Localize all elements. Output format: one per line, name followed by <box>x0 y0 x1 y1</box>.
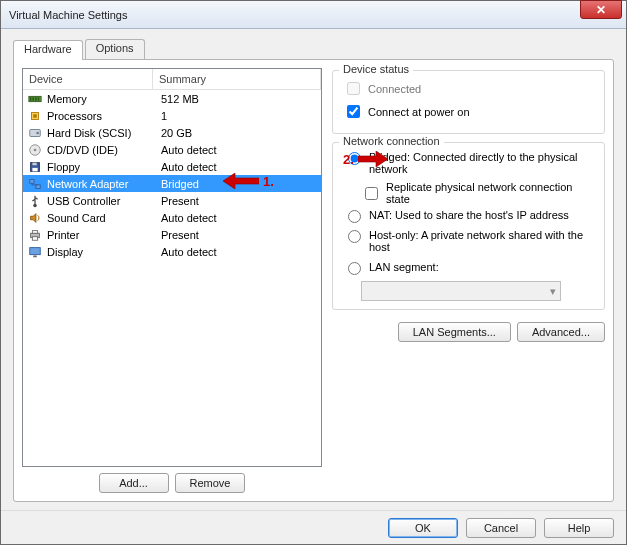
device-summary: Auto detect <box>157 246 321 258</box>
device-summary: 1 <box>157 110 321 122</box>
advanced-button[interactable]: Advanced... <box>517 322 605 342</box>
svg-rect-4 <box>38 97 40 101</box>
device-name: CD/DVD (IDE) <box>47 144 157 156</box>
svg-rect-19 <box>32 236 37 240</box>
tab-hardware[interactable]: Hardware <box>13 40 83 60</box>
network-connection-legend: Network connection <box>339 135 444 147</box>
replicate-checkbox[interactable] <box>365 187 378 200</box>
cd-icon <box>27 143 43 157</box>
device-row[interactable]: Memory512 MB <box>23 90 321 107</box>
device-row[interactable]: USB ControllerPresent <box>23 192 321 209</box>
connect-power-label: Connect at power on <box>368 106 470 118</box>
radio-hostonly[interactable] <box>348 230 361 243</box>
device-status-legend: Device status <box>339 63 413 75</box>
device-row[interactable]: Network AdapterBridged <box>23 175 321 192</box>
svg-rect-12 <box>32 162 36 165</box>
printer-icon <box>27 228 43 242</box>
svg-rect-20 <box>30 247 41 254</box>
device-summary: Bridged <box>157 178 321 190</box>
add-button[interactable]: Add... <box>99 473 169 493</box>
device-row[interactable]: CD/DVD (IDE)Auto detect <box>23 141 321 158</box>
connect-power-row[interactable]: Connect at power on <box>343 102 596 121</box>
radio-lan-label: LAN segment: <box>369 261 439 273</box>
network-icon <box>27 177 43 191</box>
svg-rect-15 <box>36 184 40 188</box>
svg-rect-6 <box>33 114 37 118</box>
svg-rect-14 <box>30 179 34 183</box>
device-name: Memory <box>47 93 157 105</box>
device-row[interactable]: Sound CardAuto detect <box>23 209 321 226</box>
cpu-icon <box>27 109 43 123</box>
radio-nat-row[interactable]: NAT: Used to share the host's IP address <box>343 209 596 223</box>
lan-segments-button[interactable]: LAN Segments... <box>398 322 511 342</box>
lan-segment-combo: ▾ <box>361 281 561 301</box>
svg-rect-3 <box>35 97 37 101</box>
svg-rect-13 <box>32 167 37 171</box>
device-summary: 512 MB <box>157 93 321 105</box>
connect-power-checkbox[interactable] <box>347 105 360 118</box>
settings-panel: Device status Connected Connect at power… <box>332 68 605 493</box>
device-row[interactable]: DisplayAuto detect <box>23 243 321 260</box>
main-columns: Device Summary Memory512 MBProcessors1Ha… <box>22 68 605 493</box>
device-list: Device Summary Memory512 MBProcessors1Ha… <box>22 68 322 467</box>
col-device[interactable]: Device <box>23 69 153 89</box>
device-row[interactable]: FloppyAuto detect <box>23 158 321 175</box>
radio-bridged-label: Bridged: Connected directly to the physi… <box>369 151 596 175</box>
floppy-icon <box>27 160 43 174</box>
device-summary: Auto detect <box>157 144 321 156</box>
disk-icon <box>27 126 43 140</box>
sound-icon <box>27 211 43 225</box>
tab-options[interactable]: Options <box>85 39 145 59</box>
ok-button[interactable]: OK <box>388 518 458 538</box>
tab-page-hardware: Device Summary Memory512 MBProcessors1Ha… <box>13 59 614 502</box>
window-title: Virtual Machine Settings <box>9 9 620 21</box>
connected-label: Connected <box>368 83 421 95</box>
device-name: Sound Card <box>47 212 157 224</box>
tabstrip: Hardware Options <box>13 39 614 59</box>
device-summary: Auto detect <box>157 212 321 224</box>
svg-point-16 <box>33 203 37 207</box>
device-row[interactable]: PrinterPresent <box>23 226 321 243</box>
device-name: USB Controller <box>47 195 157 207</box>
chevron-down-icon: ▾ <box>550 285 556 298</box>
device-summary: Present <box>157 195 321 207</box>
help-button[interactable]: Help <box>544 518 614 538</box>
memory-icon <box>27 92 43 106</box>
svg-point-10 <box>34 148 37 151</box>
device-summary: 20 GB <box>157 127 321 139</box>
network-connection-group: Network connection Bridged: Connected di… <box>332 142 605 310</box>
device-name: Display <box>47 246 157 258</box>
connected-checkbox <box>347 82 360 95</box>
device-name: Processors <box>47 110 157 122</box>
device-row[interactable]: Processors1 <box>23 107 321 124</box>
network-extra-buttons: LAN Segments... Advanced... <box>332 318 605 342</box>
device-buttons: Add... Remove <box>22 467 322 493</box>
radio-hostonly-row[interactable]: Host-only: A private network shared with… <box>343 229 596 253</box>
replicate-row[interactable]: Replicate physical network connection st… <box>361 181 596 205</box>
radio-bridged[interactable] <box>348 152 361 165</box>
radio-nat-label: NAT: Used to share the host's IP address <box>369 209 569 221</box>
svg-rect-2 <box>32 97 34 101</box>
close-icon: ✕ <box>596 3 606 17</box>
radio-lan-row[interactable]: LAN segment: <box>343 261 596 275</box>
usb-icon <box>27 194 43 208</box>
vm-settings-dialog: Virtual Machine Settings ✕ Hardware Opti… <box>0 0 627 545</box>
replicate-label: Replicate physical network connection st… <box>386 181 596 205</box>
device-name: Printer <box>47 229 157 241</box>
radio-lan[interactable] <box>348 262 361 275</box>
col-summary[interactable]: Summary <box>153 69 321 89</box>
radio-nat[interactable] <box>348 210 361 223</box>
device-summary: Present <box>157 229 321 241</box>
svg-rect-1 <box>30 97 32 101</box>
remove-button[interactable]: Remove <box>175 473 246 493</box>
device-row[interactable]: Hard Disk (SCSI)20 GB <box>23 124 321 141</box>
display-icon <box>27 245 43 259</box>
device-summary: Auto detect <box>157 161 321 173</box>
device-name: Hard Disk (SCSI) <box>47 127 157 139</box>
connected-row[interactable]: Connected <box>343 79 596 98</box>
radio-hostonly-label: Host-only: A private network shared with… <box>369 229 596 253</box>
content-area: Hardware Options Device Summary Memory51… <box>1 29 626 510</box>
close-button[interactable]: ✕ <box>580 0 622 19</box>
radio-bridged-row[interactable]: Bridged: Connected directly to the physi… <box>343 151 596 175</box>
cancel-button[interactable]: Cancel <box>466 518 536 538</box>
